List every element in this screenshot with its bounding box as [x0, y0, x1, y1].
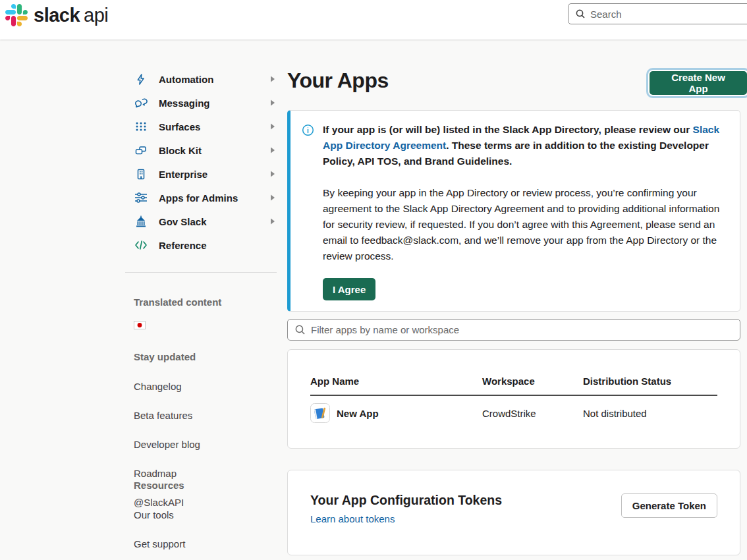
info-icon	[302, 122, 315, 300]
app-directory-notice: If your app is (or will be) listed in th…	[287, 110, 740, 312]
sidebar-item-label: Block Kit	[159, 145, 202, 156]
generate-token-button[interactable]: Generate Token	[621, 493, 717, 518]
workspace-cell: CrowdStrike	[482, 408, 583, 419]
sidebar-item-messaging[interactable]: Messaging	[134, 91, 277, 115]
sliders-icon	[134, 191, 148, 205]
sidebar-link-changelog[interactable]: Changelog	[134, 380, 200, 393]
code-icon	[134, 238, 148, 252]
search-icon	[575, 9, 586, 19]
app-name-link[interactable]: New App	[337, 408, 379, 419]
sidebar-item-automation[interactable]: Automation	[134, 67, 277, 91]
slack-api-logo[interactable]: slackapi	[5, 4, 108, 26]
sidebar-translated-section: Translated content	[134, 296, 221, 332]
sidebar-item-gov-slack[interactable]: Gov Slack	[134, 210, 277, 233]
stay-updated-heading: Stay updated	[134, 351, 200, 362]
learn-about-tokens-link[interactable]: Learn about tokens	[310, 513, 395, 524]
search-input[interactable]	[590, 9, 747, 20]
app-icon	[310, 403, 330, 423]
sidebar-link-beta-features[interactable]: Beta features	[134, 409, 200, 422]
filter-apps-input[interactable]	[311, 324, 733, 335]
lightning-icon	[134, 72, 148, 86]
resources-heading: Resources	[134, 480, 200, 491]
notice-paragraph-1: If your app is (or will be) listed in th…	[323, 122, 723, 169]
building-icon	[134, 167, 148, 181]
apps-table-header: App Name Workspace Distribution Status	[310, 350, 717, 396]
table-row[interactable]: New App CrowdStrike Not distributed	[310, 396, 717, 430]
filter-apps-box	[287, 319, 740, 341]
top-header: slackapi	[0, 0, 747, 40]
search-icon	[294, 324, 306, 335]
sidebar-item-label: Reference	[159, 240, 207, 251]
column-workspace: Workspace	[482, 376, 583, 387]
chevron-right-icon	[270, 123, 277, 130]
apps-list-card: App Name Workspace Distribution Status	[287, 349, 740, 449]
chevron-right-icon	[270, 99, 277, 106]
sidebar-link-our-tools[interactable]: Our tools	[134, 509, 200, 522]
translated-content-heading: Translated content	[134, 296, 221, 308]
sidebar-item-apps-for-admins[interactable]: Apps for Admins	[134, 186, 277, 210]
chevron-right-icon	[270, 194, 277, 201]
sidebar-item-label: Automation	[159, 74, 213, 85]
sidebar-link-roadmap[interactable]: Roadmap	[134, 467, 200, 480]
chevron-right-icon	[270, 171, 277, 177]
sidebar-item-enterprise[interactable]: Enterprise	[134, 162, 277, 186]
sidebar-link-developer-blog[interactable]: Developer blog	[134, 438, 200, 451]
grid-dots-icon	[134, 120, 148, 134]
distribution-status-cell: Not distributed	[583, 408, 717, 419]
page-title: Your Apps	[287, 69, 389, 93]
i-agree-button[interactable]: I Agree	[323, 278, 375, 300]
column-app-name: App Name	[310, 376, 482, 387]
logo-wordmark: slackapi	[34, 5, 108, 26]
sidebar-item-label: Apps for Admins	[159, 192, 238, 204]
notice-text: If your app is (or will be) listed in th…	[323, 122, 723, 300]
sidebar-item-label: Surfaces	[159, 121, 200, 132]
global-search	[568, 3, 747, 24]
government-building-icon	[134, 215, 148, 229]
sidebar-item-label: Enterprise	[159, 169, 208, 180]
blocks-icon	[134, 144, 148, 157]
japan-flag-icon[interactable]	[134, 321, 146, 329]
sidebar-nav: Automation Messaging Surfaces	[134, 67, 277, 257]
chevron-right-icon	[270, 218, 277, 225]
chevron-right-icon	[270, 147, 277, 154]
notice-paragraph-2: By keeping your app in the App Directory…	[323, 185, 723, 264]
sidebar-resources-section: Resources Our tools Get support Partner …	[134, 480, 200, 560]
slack-logo-icon	[5, 4, 28, 26]
sidebar-item-reference[interactable]: Reference	[134, 233, 277, 257]
app-config-tokens-card: Your App Configuration Tokens Learn abou…	[287, 470, 740, 555]
sidebar-item-label: Gov Slack	[159, 216, 207, 227]
column-distribution-status: Distribution Status	[583, 376, 717, 387]
chat-bubbles-icon	[134, 96, 148, 110]
sidebar-divider	[125, 272, 277, 273]
sidebar-link-get-support[interactable]: Get support	[134, 538, 200, 551]
create-new-app-button[interactable]: Create New App	[650, 71, 747, 95]
chevron-right-icon	[270, 76, 277, 82]
sidebar-item-surfaces[interactable]: Surfaces	[134, 115, 277, 138]
sidebar-item-block-kit[interactable]: Block Kit	[134, 138, 277, 162]
sidebar-item-label: Messaging	[159, 98, 210, 109]
notice-p1-before: If your app is (or will be) listed in th…	[323, 124, 693, 135]
apps-table: App Name Workspace Distribution Status	[310, 350, 717, 430]
